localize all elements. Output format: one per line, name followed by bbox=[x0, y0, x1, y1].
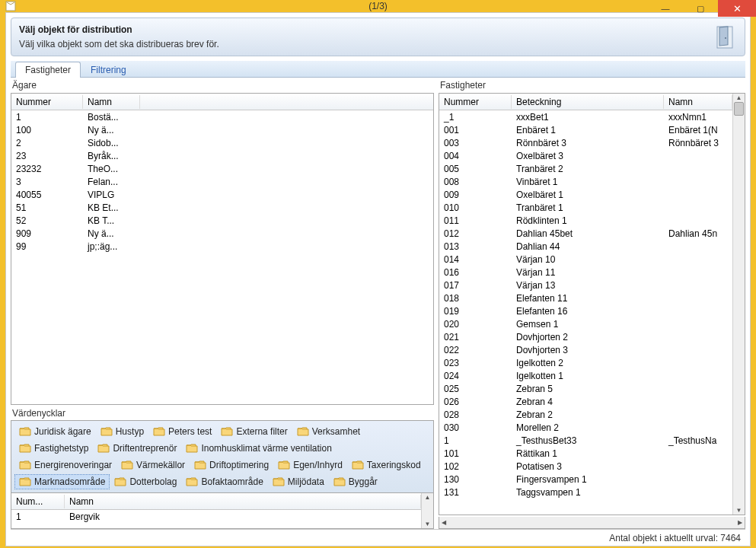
scroll-up-icon[interactable]: ▲ bbox=[425, 493, 431, 502]
owners-col-namn[interactable]: Namn bbox=[83, 95, 140, 109]
valuekey-item[interactable]: Driftoptimering bbox=[190, 457, 273, 473]
maximize-button[interactable]: ▢ bbox=[683, 0, 718, 17]
table-row[interactable]: 1_TesthusBet33_TesthusNa bbox=[439, 434, 732, 447]
valuekey-item[interactable]: Egen/Inhyrd bbox=[273, 457, 347, 473]
owners-col-nummer[interactable]: Nummer bbox=[11, 95, 83, 109]
table-row[interactable]: 3Felan... bbox=[11, 175, 433, 188]
props-col-namn[interactable]: Namn bbox=[664, 95, 732, 109]
tab-filtrering[interactable]: Filtrering bbox=[81, 62, 136, 78]
cell-num: 909 bbox=[11, 227, 83, 241]
valuekey-item[interactable]: Bofaktaområde bbox=[181, 474, 267, 489]
scroll-up-icon[interactable]: ▲ bbox=[736, 94, 742, 102]
table-row[interactable]: 004Oxelbäret 3 bbox=[439, 149, 732, 162]
valuekey-item[interactable]: Fastighetstyp bbox=[14, 441, 93, 456]
cell-num: 021 bbox=[439, 330, 512, 344]
vk-col-namn[interactable]: Namn bbox=[65, 495, 421, 508]
table-row[interactable]: 022Dovhjorten 3 bbox=[439, 343, 732, 356]
valuekey-item[interactable]: Hustyp bbox=[96, 424, 148, 439]
table-row[interactable]: 009Oxelbäret 1 bbox=[439, 188, 732, 201]
cell-bet: Morellen 2 bbox=[512, 421, 664, 435]
table-row[interactable]: 51KB Et... bbox=[11, 201, 433, 214]
table-row[interactable]: 013Dahlian 44 bbox=[439, 240, 732, 253]
valuekey-label: Hustyp bbox=[116, 426, 144, 437]
valuekey-item[interactable]: Driftentreprenör bbox=[93, 441, 181, 456]
cell-namn bbox=[664, 491, 732, 494]
table-row[interactable]: 130Fingersvampen 1 bbox=[439, 473, 732, 486]
valuekey-item[interactable]: Energirenoveringar bbox=[14, 457, 116, 473]
table-row[interactable]: 014Värjan 10 bbox=[439, 253, 732, 266]
cell-num: 008 bbox=[439, 175, 512, 189]
tab-fastigheter[interactable]: Fastigheter bbox=[15, 62, 81, 78]
valuekey-item[interactable]: Dotterbolag bbox=[110, 474, 181, 489]
valuekeys-grid[interactable]: Num... Namn 1Bergvik ▲ ▼ bbox=[11, 492, 434, 529]
table-row[interactable]: 021Dovhjorten 2 bbox=[439, 330, 732, 343]
table-row[interactable]: 003Rönnbäret 3Rönnbäret 3 bbox=[439, 136, 732, 149]
valuekey-label: Driftentreprenör bbox=[113, 443, 177, 454]
scroll-down-icon[interactable]: ▼ bbox=[425, 520, 431, 528]
table-row[interactable]: 025Zebran 5 bbox=[439, 382, 732, 395]
table-row[interactable]: _1xxxBet1xxxNmn1 bbox=[439, 110, 732, 123]
table-row[interactable]: 40055VIPLG bbox=[11, 188, 433, 201]
cell-namn bbox=[664, 400, 732, 403]
vk-col-num[interactable]: Num... bbox=[11, 495, 65, 508]
owners-grid[interactable]: Nummer Namn 1Bostä...100Ny ä...2Sidob...… bbox=[11, 93, 434, 405]
table-row[interactable]: 010Tranbäret 1 bbox=[439, 201, 732, 214]
table-row[interactable]: 23Byråk... bbox=[11, 149, 433, 162]
minimize-button[interactable]: — bbox=[648, 0, 683, 17]
valuekey-item[interactable]: Taxeringskod bbox=[347, 457, 426, 473]
valuekey-item[interactable]: Miljödata bbox=[268, 474, 329, 489]
table-row[interactable]: 030Morellen 2 bbox=[439, 421, 732, 434]
valuekey-item[interactable]: Marknadsområde bbox=[14, 474, 110, 489]
table-row[interactable]: 23232TheO... bbox=[11, 162, 433, 175]
table-row[interactable]: 2Sidob... bbox=[11, 136, 433, 149]
table-row[interactable]: 019Elefanten 16 bbox=[439, 304, 732, 317]
table-row[interactable]: 005Tranbäret 2 bbox=[439, 162, 732, 175]
table-row[interactable]: 020Gemsen 1 bbox=[439, 317, 732, 330]
close-button[interactable]: ✕ bbox=[718, 0, 756, 17]
table-row[interactable]: 001Enbäret 1Enbäret 1(N bbox=[439, 123, 732, 136]
table-row[interactable]: 100Ny ä... bbox=[11, 123, 433, 136]
table-row[interactable]: 017Värjan 13 bbox=[439, 279, 732, 292]
scroll-thumb[interactable] bbox=[734, 102, 744, 116]
titlebar[interactable]: (1/3) — ▢ ✕ bbox=[0, 0, 756, 12]
props-hscrollbar[interactable]: ◀ ▶ bbox=[439, 517, 745, 529]
table-row[interactable]: 008Vinbäret 1 bbox=[439, 175, 732, 188]
valuekey-item[interactable]: Verksamhet bbox=[292, 424, 365, 439]
props-vscrollbar[interactable]: ▲ ▼ bbox=[732, 94, 745, 515]
props-col-nummer[interactable]: Nummer bbox=[439, 95, 512, 109]
table-row[interactable]: 012Dahlian 45betDahlian 45n bbox=[439, 227, 732, 240]
table-row[interactable]: 131Taggsvampen 1 bbox=[439, 486, 732, 499]
valuekey-item[interactable]: Externa filter bbox=[216, 424, 292, 439]
valuekey-item[interactable]: Juridisk ägare bbox=[14, 424, 96, 439]
valuekey-item[interactable]: Byggår bbox=[329, 474, 382, 489]
table-row[interactable]: 023Igelkotten 2 bbox=[439, 356, 732, 369]
table-row[interactable]: 101Rättikan 1 bbox=[439, 447, 732, 460]
scroll-right-icon[interactable]: ▶ bbox=[735, 519, 745, 526]
table-row[interactable]: 011Rödklinten 1 bbox=[439, 214, 732, 227]
scroll-left-icon[interactable]: ◀ bbox=[439, 519, 448, 526]
table-row[interactable]: 99jp;:äg... bbox=[11, 240, 433, 253]
folder-icon bbox=[153, 426, 165, 437]
table-row[interactable]: 016Värjan 11 bbox=[439, 266, 732, 279]
wizard-subtitle: Välj vilka objekt som det ska distribuer… bbox=[19, 39, 737, 49]
valuekey-item[interactable]: Inomhusklimat värme ventilation bbox=[181, 441, 336, 456]
table-row[interactable]: 028Zebran 2 bbox=[439, 408, 732, 421]
table-row[interactable]: 52KB T... bbox=[11, 214, 433, 227]
table-row[interactable]: 102Potatisen 3 bbox=[439, 460, 732, 473]
table-row[interactable]: 026Zebran 4 bbox=[439, 395, 732, 408]
table-row[interactable]: 909Ny ä... bbox=[11, 227, 433, 240]
table-row[interactable]: 1Bostä... bbox=[11, 110, 433, 123]
cell-num: 013 bbox=[439, 240, 512, 253]
properties-grid[interactable]: Nummer Beteckning Namn _1xxxBet1xxxNmn10… bbox=[439, 93, 745, 515]
cell-namn bbox=[664, 193, 732, 196]
valuekey-item[interactable]: Peters test bbox=[148, 424, 216, 439]
props-col-beteckning[interactable]: Beteckning bbox=[512, 95, 664, 109]
svg-rect-2 bbox=[719, 26, 728, 45]
owners-label: Ägare bbox=[11, 78, 434, 93]
table-row[interactable]: 024Igelkotten 1 bbox=[439, 369, 732, 382]
table-row[interactable]: 018Elefanten 11 bbox=[439, 292, 732, 304]
valuekey-item[interactable]: Värmekällor bbox=[116, 457, 190, 473]
vk-scrollbar[interactable]: ▲ ▼ bbox=[421, 493, 433, 528]
table-row[interactable]: 1Bergvik bbox=[11, 510, 421, 523]
scroll-down-icon[interactable]: ▼ bbox=[736, 506, 742, 515]
